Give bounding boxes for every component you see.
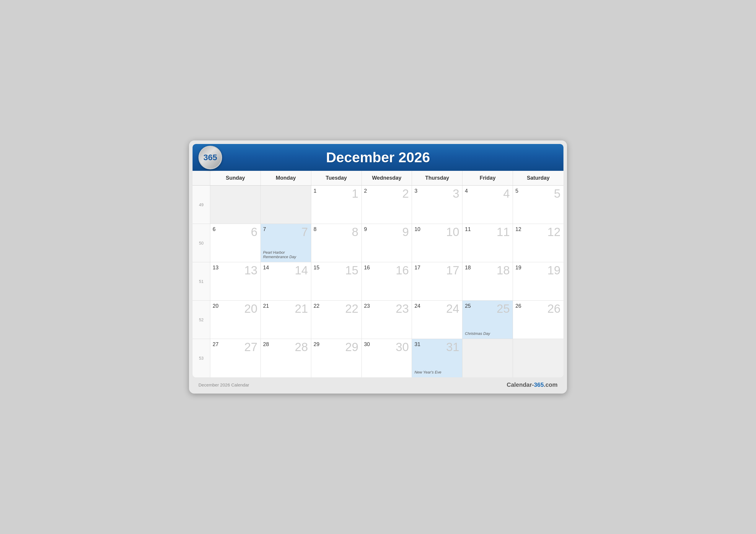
calendar-title: December 2026: [202, 149, 554, 165]
day-number-faded: 16: [396, 264, 409, 277]
logo-badge: 365: [199, 146, 222, 169]
day-header-thu: Thursday: [412, 171, 463, 185]
week-number-51: 51: [193, 262, 210, 301]
day-cell-19[interactable]: 1919: [513, 262, 563, 301]
day-number-faded: 5: [554, 187, 560, 200]
day-number-faded: 26: [548, 302, 561, 316]
footer-left: December 2026 Calendar: [199, 382, 249, 387]
week-number-49: 49: [193, 186, 210, 224]
day-number-faded: 24: [446, 302, 460, 316]
day-cell-20[interactable]: 2020: [210, 301, 261, 339]
calendar-container: 365 December 2026 Sunday Monday Tuesday …: [193, 144, 563, 377]
day-cell-3[interactable]: 33: [412, 186, 463, 224]
day-number-faded: 20: [244, 302, 257, 316]
week-num-header: [193, 171, 210, 185]
week-number-50: 50: [193, 224, 210, 262]
day-number-faded: 17: [446, 264, 460, 277]
holiday-label: Pearl Harbor Remembrance Day: [263, 250, 309, 259]
calendar-grid: 491122334455506677Pearl Harbor Remembran…: [193, 186, 563, 377]
day-number-faded: 30: [396, 341, 409, 354]
footer-bar: December 2026 Calendar Calendar-365.com: [193, 377, 563, 390]
day-cell-10[interactable]: 1010: [412, 224, 463, 262]
day-number-faded: 2: [402, 187, 409, 200]
day-number-faded: 31: [446, 341, 460, 354]
day-cell-12[interactable]: 1212: [513, 224, 563, 262]
day-number-faded: 19: [548, 264, 561, 277]
day-cell-29[interactable]: 2929: [311, 339, 362, 377]
day-number-faded: 12: [548, 225, 561, 239]
day-cell-24[interactable]: 2424: [412, 301, 463, 339]
day-headers-row: Sunday Monday Tuesday Wednesday Thursday…: [193, 171, 563, 186]
day-number-faded: 7: [301, 225, 308, 239]
footer-logo-365: 365: [534, 381, 544, 388]
day-cell-8[interactable]: 88: [311, 224, 362, 262]
week-number-53: 53: [193, 339, 210, 377]
logo-text: 365: [203, 153, 217, 162]
day-cell-empty-4-5: [463, 339, 513, 377]
day-number-faded: 27: [244, 341, 257, 354]
day-number-faded: 11: [497, 225, 510, 239]
day-number-faded: 3: [453, 187, 459, 200]
day-cell-empty-0-1: [261, 186, 311, 224]
day-cell-5[interactable]: 55: [513, 186, 563, 224]
week-number-52: 52: [193, 301, 210, 339]
day-cell-22[interactable]: 2222: [311, 301, 362, 339]
day-cell-9[interactable]: 99: [362, 224, 412, 262]
footer-logo: Calendar-365.com: [507, 381, 557, 388]
day-number-faded: 28: [295, 341, 308, 354]
day-number-faded: 18: [497, 264, 510, 277]
day-cell-30[interactable]: 3030: [362, 339, 412, 377]
holiday-label: New Year's Eve: [414, 370, 460, 374]
day-number-faded: 14: [295, 264, 308, 277]
day-cell-25[interactable]: 2525Christmas Day: [463, 301, 513, 339]
day-cell-14[interactable]: 1414: [261, 262, 311, 301]
day-cell-empty-0-0: [210, 186, 261, 224]
day-cell-empty-4-6: [513, 339, 563, 377]
day-cell-1[interactable]: 11: [311, 186, 362, 224]
holiday-label: Christmas Day: [465, 331, 510, 336]
day-header-fri: Friday: [463, 171, 513, 185]
day-cell-6[interactable]: 66: [210, 224, 261, 262]
day-header-sat: Saturday: [513, 171, 563, 185]
day-number-faded: 15: [345, 264, 359, 277]
day-number-faded: 8: [352, 225, 358, 239]
day-header-tue: Tuesday: [311, 171, 362, 185]
day-cell-15[interactable]: 1515: [311, 262, 362, 301]
day-number-faded: 9: [402, 225, 409, 239]
day-number-faded: 13: [244, 264, 257, 277]
day-cell-23[interactable]: 2323: [362, 301, 412, 339]
footer-logo-calendar: Calendar-: [507, 381, 534, 388]
day-header-mon: Monday: [261, 171, 311, 185]
day-cell-7[interactable]: 77Pearl Harbor Remembrance Day: [261, 224, 311, 262]
day-number-faded: 23: [396, 302, 409, 316]
day-number-faded: 10: [446, 225, 460, 239]
footer-logo-com: com: [546, 381, 557, 388]
day-cell-2[interactable]: 22: [362, 186, 412, 224]
day-cell-21[interactable]: 2121: [261, 301, 311, 339]
calendar-wrapper: 365 December 2026 Sunday Monday Tuesday …: [189, 140, 567, 394]
day-cell-31[interactable]: 3131New Year's Eve: [412, 339, 463, 377]
day-cell-16[interactable]: 1616: [362, 262, 412, 301]
day-number-faded: 29: [345, 341, 359, 354]
day-cell-26[interactable]: 2626: [513, 301, 563, 339]
day-cell-13[interactable]: 1313: [210, 262, 261, 301]
calendar-header: 365 December 2026: [193, 144, 563, 171]
day-cell-28[interactable]: 2828: [261, 339, 311, 377]
day-number-faded: 25: [497, 302, 510, 316]
day-number-faded: 4: [503, 187, 510, 200]
day-number-faded: 21: [295, 302, 308, 316]
day-number-faded: 22: [345, 302, 359, 316]
day-cell-27[interactable]: 2727: [210, 339, 261, 377]
day-cell-4[interactable]: 44: [463, 186, 513, 224]
day-cell-18[interactable]: 1818: [463, 262, 513, 301]
day-number-faded: 1: [352, 187, 358, 200]
day-cell-17[interactable]: 1717: [412, 262, 463, 301]
day-cell-11[interactable]: 1111: [463, 224, 513, 262]
day-header-wed: Wednesday: [362, 171, 412, 185]
day-header-sun: Sunday: [210, 171, 261, 185]
day-number-faded: 6: [251, 225, 257, 239]
